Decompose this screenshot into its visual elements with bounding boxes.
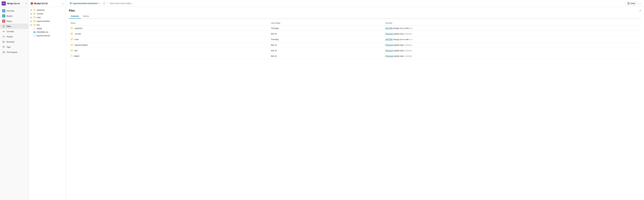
col-header-name[interactable]: Name ↑ (69, 21, 269, 26)
last-change-value: Mar 14 (271, 33, 277, 35)
cell-last-change: Thursday (269, 26, 384, 31)
main-content: hyperparameter-experiment ▼ / Clone ⋯ Fi… (66, 0, 644, 200)
commit-message-text: update repo (394, 44, 404, 46)
svg-rect-0 (3, 10, 4, 10)
tab-history[interactable]: History (81, 14, 91, 19)
tree-item-pipelines[interactable]: ▶ 📁 .pipelines (29, 8, 66, 12)
cell-last-change: Mar 14 (269, 42, 384, 48)
chevron-right-icon: ▶ (31, 13, 32, 14)
tree-item-experimentation[interactable]: ▶ 📁 experimentation (29, 19, 66, 23)
repos-label: Repos (6, 20, 12, 22)
path-input[interactable] (110, 2, 624, 4)
cell-name: 📁 code (69, 36, 269, 42)
commit-hash-link[interactable]: f761a1e4 (385, 33, 393, 35)
folder-icon: 📁 (33, 16, 36, 18)
svg-rect-5 (3, 16, 4, 16)
overview-label: Overview (6, 10, 14, 12)
tree-item-flake8[interactable]: ▶ 📄 .flake8 (29, 27, 66, 30)
file-table-body: 📁 .pipelines Thursday 40fc7f90 change sr… (69, 26, 641, 59)
chevron-right-icon: ▶ (31, 20, 32, 22)
sort-arrow-icon: ↑ (76, 22, 77, 24)
md-icon: M↓ (33, 31, 36, 33)
table-row: 📁 code Thursday 40fc7f90 change src to c… (69, 36, 641, 42)
clone-button[interactable]: Clone (625, 2, 638, 5)
commit-message-text: update repo (394, 50, 404, 52)
path-separator (103, 2, 105, 5)
folder-icon: 📁 (70, 32, 73, 35)
sidebar-item-pull-requests[interactable]: Pull requests (0, 50, 28, 55)
file-tree: ▶ 📁 .pipelines ▶ 📁 .vscode ▶ 📁 code ▶ 📁 … (29, 7, 66, 38)
file-name[interactable]: code (74, 38, 78, 40)
expand-icon[interactable]: ⤢ (639, 9, 641, 12)
commit-hash-link[interactable]: f761a1e4 (385, 44, 393, 46)
clone-label: Clone (630, 2, 635, 4)
file-name[interactable]: experimentation (74, 44, 88, 46)
cell-name: 📁 .vscode (69, 31, 269, 36)
col-name-label: Name (70, 22, 75, 24)
middle-title: MLOps CLI v2 (31, 2, 48, 4)
tab-contents[interactable]: Contents (69, 14, 81, 19)
sidebar-item-pushes[interactable]: Pushes (0, 34, 28, 39)
branch-selector[interactable]: hyperparameter-experiment ▼ (69, 2, 101, 5)
commit-hash-link[interactable]: 40fc7f90 (385, 27, 392, 29)
svg-rect-3 (4, 11, 4, 12)
cell-commits: f761a1e4 update repo madiepev (384, 31, 641, 36)
commit-hash-link[interactable]: 40fc7f90 (385, 38, 392, 40)
tree-item-code[interactable]: ▶ 📁 code (29, 16, 66, 19)
commit-hash-link[interactable]: f761a1e4 (385, 50, 393, 52)
cell-commits: f761a1e4 update repo madiepev (384, 54, 641, 59)
cell-name: 📁 experimentation (69, 42, 269, 48)
cell-last-change: Mar 14 (269, 54, 384, 59)
svg-point-20 (70, 2, 71, 3)
svg-point-8 (3, 31, 4, 32)
pushes-icon (2, 35, 5, 38)
sidebar-item-tags[interactable]: Tags (0, 44, 28, 50)
commit-hash-link[interactable]: f761a1e4 (385, 55, 393, 57)
main-more-button[interactable]: ⋯ (638, 2, 641, 5)
table-row: 📁 .vscode Mar 14 f761a1e4 update repo ma… (69, 31, 641, 36)
chevron-right-icon: ▶ (31, 17, 32, 18)
file-name[interactable]: .pipelines (74, 27, 82, 29)
clone-icon (628, 2, 630, 4)
cell-name: 📁 test (69, 48, 269, 54)
sidebar-item-boards[interactable]: Boards (0, 13, 28, 18)
folder-icon: 📁 (33, 20, 36, 22)
cell-last-change: Thursday (269, 36, 384, 42)
sidebar-item-overview[interactable]: Overview (0, 8, 28, 13)
pushes-label: Pushes (6, 36, 13, 38)
svg-point-17 (3, 51, 4, 52)
pull-requests-icon (2, 51, 5, 54)
chevron-right-icon: ▶ (31, 24, 32, 26)
tags-label: Tags (6, 46, 10, 48)
sidebar-item-repos[interactable]: Repos (0, 18, 28, 24)
file-name[interactable]: test (74, 50, 78, 52)
add-project-button[interactable]: + (26, 2, 27, 5)
file-table-header: Name ↑ Last change Commits (69, 21, 641, 26)
svg-rect-6 (3, 16, 4, 17)
commit-message-text: change src to code (393, 27, 409, 29)
sidebar-item-commits[interactable]: Commits (0, 29, 28, 34)
svg-point-15 (3, 42, 4, 43)
folder-icon: 📁 (33, 12, 36, 15)
last-change-value: Mar 14 (271, 50, 277, 52)
commits-icon (2, 30, 5, 33)
file-name[interactable]: .vscode (74, 33, 81, 35)
middle-more-button[interactable]: ⋯ (61, 2, 64, 5)
sidebar-item-files[interactable]: Files (0, 24, 28, 29)
svg-rect-1 (4, 10, 4, 10)
tree-item-label: .flake8 (36, 28, 42, 30)
tree-item-requirements[interactable]: ▶ 📄 requirements.txt (29, 34, 66, 38)
tree-item-readme[interactable]: ▶ M↓ README.md (29, 30, 66, 34)
tree-item-vscode[interactable]: ▶ 📁 .vscode (29, 12, 66, 16)
tree-item-test[interactable]: ▶ 📁 test (29, 23, 66, 27)
path-slash: / (107, 2, 108, 4)
app-header: MV MLOps CLI v2 + (0, 0, 28, 7)
app-title: MLOps CLI v2 (7, 2, 24, 4)
svg-rect-2 (3, 11, 4, 12)
sidebar-item-branches[interactable]: Branches (0, 39, 28, 44)
file-name[interactable]: .flake8 (74, 55, 79, 57)
table-row: 📁 experimentation Mar 14 f761a1e4 update… (69, 42, 641, 48)
commit-message-text: update repo (394, 55, 404, 57)
folder-icon: 📁 (33, 9, 36, 11)
app-avatar: MV (2, 2, 6, 6)
